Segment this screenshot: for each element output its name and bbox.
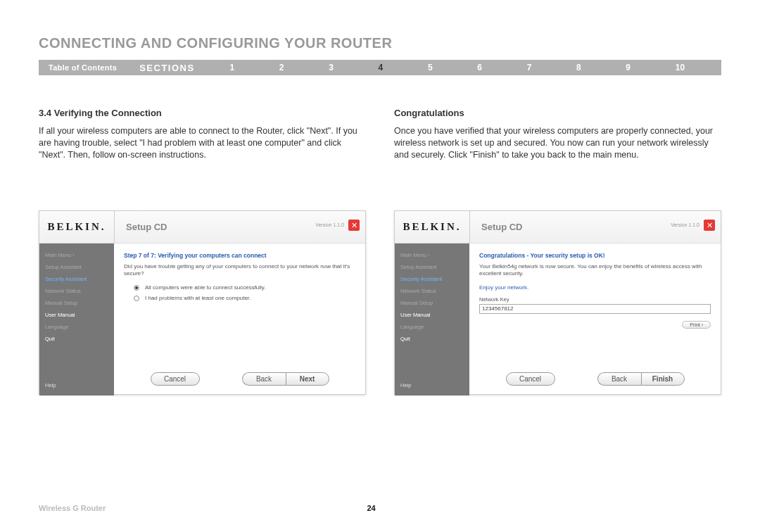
back-button[interactable]: Back	[597, 372, 641, 386]
network-key-label: Network Key	[479, 296, 711, 303]
congrats-msg: Your Belkin54g network is now secure. Yo…	[479, 263, 711, 278]
sidebar-item-setup-assistant[interactable]: Setup Assistant	[45, 264, 108, 270]
enjoy-link[interactable]: Enjoy your network.	[479, 284, 711, 291]
sidebar-item-language[interactable]: Language	[400, 324, 464, 330]
sidebar: Main Menu › Setup Assistant Security Ass…	[39, 243, 114, 395]
sidebar: Main Menu › Setup Assistant Security Ass…	[395, 243, 469, 395]
section-link-2[interactable]: 2	[279, 63, 284, 72]
belkin-logo: BELKIN.	[395, 221, 469, 233]
right-body: Once you have verified that your wireles…	[394, 125, 721, 161]
section-nav: Table of Contents SECTIONS 1 2 3 4 5 6 7…	[39, 60, 721, 75]
section-link-10[interactable]: 10	[676, 63, 685, 72]
footer-product: Wireless G Router	[39, 504, 106, 512]
sidebar-item-main-menu[interactable]: Main Menu ›	[45, 252, 108, 258]
sidebar-item-security-assistant[interactable]: Security Assistant	[400, 276, 464, 282]
toc-link[interactable]: Table of Contents	[39, 63, 127, 72]
section-link-4[interactable]: 4	[379, 63, 384, 72]
back-button[interactable]: Back	[242, 372, 286, 386]
sidebar-item-security-assistant[interactable]: Security Assistant	[45, 276, 108, 282]
section-link-5[interactable]: 5	[428, 63, 433, 72]
close-icon[interactable]: ✕	[704, 220, 715, 231]
sidebar-item-main-menu[interactable]: Main Menu ›	[400, 252, 464, 258]
version-label: Version 1.1.0	[315, 222, 344, 227]
help-link[interactable]: Help	[45, 382, 56, 388]
cancel-button[interactable]: Cancel	[151, 372, 200, 386]
radio-option-problem[interactable]: I had problems with at least one compute…	[134, 295, 355, 301]
sidebar-item-quit[interactable]: Quit	[45, 336, 108, 342]
sidebar-item-user-manual[interactable]: User Manual	[400, 312, 464, 318]
left-column: 3.4 Verifying the Connection If all your…	[39, 108, 366, 395]
close-icon[interactable]: ✕	[348, 220, 360, 231]
finish-button[interactable]: Finish	[641, 372, 685, 386]
congrats-title: Congratulations - Your security setup is…	[479, 252, 711, 259]
radio-icon	[134, 285, 139, 291]
page-number: 24	[367, 504, 376, 512]
radio-icon	[134, 296, 139, 301]
sidebar-item-manual-setup[interactable]: Manual Setup	[400, 300, 464, 306]
sections-label: SECTIONS	[127, 63, 207, 73]
next-button[interactable]: Next	[286, 372, 329, 386]
right-column: Congratulations Once you have verified t…	[394, 108, 721, 395]
section-link-1[interactable]: 1	[229, 63, 234, 72]
section-numbers: 1 2 3 4 5 6 7 8 9 10	[208, 63, 721, 72]
section-link-8[interactable]: 8	[576, 63, 581, 72]
sidebar-item-user-manual[interactable]: User Manual	[45, 312, 108, 318]
section-link-7[interactable]: 7	[527, 63, 532, 72]
step-title: Step 7 of 7: Verifying your computers ca…	[124, 252, 355, 259]
section-link-6[interactable]: 6	[477, 63, 482, 72]
section-link-3[interactable]: 3	[329, 63, 334, 72]
help-link[interactable]: Help	[400, 382, 411, 388]
radio-label: All computers were able to connect succe…	[145, 284, 265, 291]
screenshot-congrats: BELKIN. Setup CD Version 1.1.0 ✕ Main Me…	[394, 210, 721, 395]
sidebar-item-quit[interactable]: Quit	[400, 336, 464, 342]
network-key-field[interactable]: 1234567812	[479, 304, 711, 314]
right-heading: Congratulations	[394, 108, 721, 118]
section-link-9[interactable]: 9	[626, 63, 631, 72]
app-title: Setup CD	[470, 222, 523, 232]
radio-label: I had problems with at least one compute…	[145, 295, 251, 301]
sidebar-item-network-status[interactable]: Network Status	[400, 288, 464, 294]
cancel-button[interactable]: Cancel	[506, 372, 555, 386]
belkin-logo: BELKIN.	[39, 221, 114, 233]
radio-option-success[interactable]: All computers were able to connect succe…	[134, 284, 355, 291]
left-body: If all your wireless computers are able …	[39, 125, 366, 161]
sidebar-item-setup-assistant[interactable]: Setup Assistant	[400, 264, 464, 270]
screenshot-verify: BELKIN. Setup CD Version 1.1.0 ✕ Main Me…	[39, 210, 366, 395]
sidebar-item-manual-setup[interactable]: Manual Setup	[45, 300, 108, 306]
sidebar-item-language[interactable]: Language	[45, 324, 108, 330]
step-question: Did you have trouble getting any of your…	[124, 263, 355, 278]
left-heading: 3.4 Verifying the Connection	[39, 108, 366, 118]
page-title: CONNECTING AND CONFIGURING YOUR ROUTER	[39, 35, 721, 51]
app-title: Setup CD	[115, 222, 167, 232]
sidebar-item-network-status[interactable]: Network Status	[45, 288, 108, 294]
version-label: Version 1.1.0	[671, 222, 699, 227]
print-button[interactable]: Print ›	[682, 321, 711, 329]
